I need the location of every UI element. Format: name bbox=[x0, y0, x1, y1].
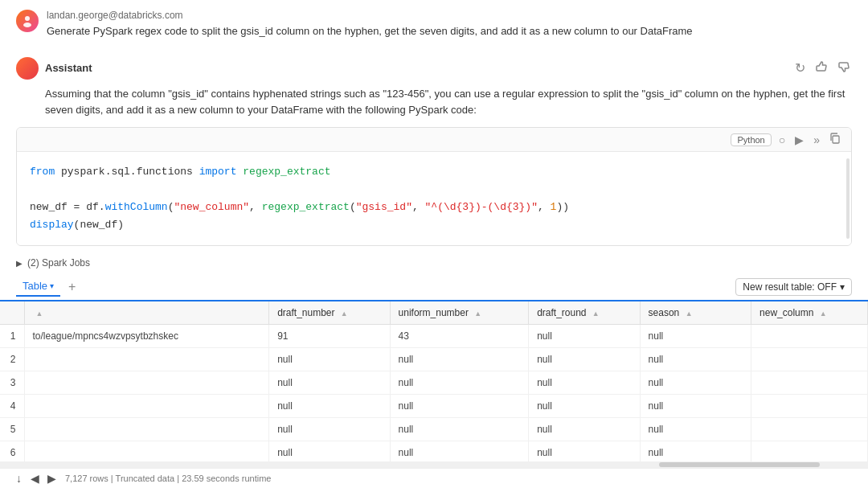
cell-col bbox=[24, 371, 269, 395]
cell-uniform-number: null bbox=[390, 418, 529, 441]
spark-jobs-label: (2) Spark Jobs bbox=[27, 257, 90, 269]
header-draft-number[interactable]: draft_number ▲ bbox=[269, 301, 390, 325]
cell-rownum: 5 bbox=[0, 418, 24, 441]
assistant-actions: ↻ bbox=[793, 59, 852, 77]
cell-new-column bbox=[751, 348, 868, 371]
horizontal-scrollbar[interactable] bbox=[0, 461, 868, 468]
header-rownum bbox=[0, 301, 24, 325]
new-result-label: New result table: OFF bbox=[743, 281, 837, 293]
cell-col bbox=[24, 418, 269, 441]
table-row: 6 null null null null bbox=[0, 441, 868, 461]
header-col-blank[interactable]: ▲ bbox=[24, 301, 269, 325]
assistant-description: Assuming that the column "gsis_id" conta… bbox=[16, 86, 852, 120]
run-icon[interactable]: ▶ bbox=[792, 132, 806, 148]
cell-uniform-number: null bbox=[390, 441, 529, 461]
download-icon[interactable]: ↓ bbox=[16, 472, 22, 485]
code-scrollbar[interactable] bbox=[846, 158, 850, 239]
sort-icon-draft-round: ▲ bbox=[592, 310, 600, 318]
table-row: 3 null null null null bbox=[0, 371, 868, 395]
user-message: Generate PySpark regex code to split the… bbox=[47, 23, 693, 39]
assistant-avatar bbox=[16, 57, 39, 80]
cell-draft-number: 91 bbox=[269, 325, 390, 348]
thumbdown-icon bbox=[837, 62, 850, 76]
thumbdown-button[interactable] bbox=[836, 59, 852, 77]
cell-draft-round: null bbox=[529, 418, 640, 441]
cell-col bbox=[24, 348, 269, 371]
sort-icon-new-column: ▲ bbox=[820, 310, 827, 318]
svg-point-1 bbox=[23, 23, 31, 27]
cell-new-column bbox=[751, 441, 868, 461]
header-uniform-number[interactable]: uniform_number ▲ bbox=[390, 301, 529, 325]
code-line-4: display(new_df) bbox=[30, 216, 838, 234]
cell-draft-round: null bbox=[529, 325, 640, 348]
cell-col bbox=[24, 441, 269, 461]
cell-rownum: 6 bbox=[0, 441, 24, 461]
thumbup-icon bbox=[815, 62, 828, 76]
data-table: ▲ draft_number ▲ uniform_number ▲ draft_… bbox=[0, 301, 868, 461]
circle-icon: ○ bbox=[776, 132, 788, 148]
prev-page-button[interactable]: ◀ bbox=[28, 472, 42, 485]
table-row: 2 null null null null bbox=[0, 348, 868, 371]
cell-draft-number: null bbox=[269, 348, 390, 371]
cell-uniform-number: null bbox=[390, 348, 529, 371]
code-line-3: new_df = df.withColumn("new_column", reg… bbox=[30, 199, 838, 216]
header-row: ▲ draft_number ▲ uniform_number ▲ draft_… bbox=[0, 301, 868, 325]
main-container: landan.george@databricks.com Generate Py… bbox=[0, 0, 868, 488]
code-toolbar: Python ○ ▶ » bbox=[17, 128, 851, 152]
sort-icon-uniform-number: ▲ bbox=[474, 310, 481, 318]
sort-icon-season: ▲ bbox=[686, 310, 693, 318]
cell-draft-round: null bbox=[529, 348, 640, 371]
draft-round-label: draft_round bbox=[537, 307, 586, 318]
more-icon[interactable]: » bbox=[811, 132, 822, 148]
cell-draft-round: null bbox=[529, 395, 640, 418]
cell-new-column bbox=[751, 418, 868, 441]
tab-chevron-icon: ▾ bbox=[50, 281, 54, 290]
scrollbar-thumb[interactable] bbox=[659, 462, 820, 467]
refresh-icon: ↻ bbox=[795, 61, 805, 75]
assistant-header: Assistant ↻ bbox=[16, 57, 852, 80]
header-draft-round[interactable]: draft_round ▲ bbox=[529, 301, 640, 325]
code-line-1: from pyspark.sql.functions import regexp… bbox=[30, 163, 838, 181]
copy-icon[interactable] bbox=[827, 131, 843, 148]
cell-draft-round: null bbox=[529, 371, 640, 395]
user-avatar bbox=[16, 10, 39, 32]
cell-rownum: 2 bbox=[0, 348, 24, 371]
cell-rownum: 3 bbox=[0, 371, 24, 395]
table-tab-label: Table bbox=[23, 280, 47, 292]
sort-icon-draft-number: ▲ bbox=[341, 310, 348, 318]
cell-draft-number: null bbox=[269, 441, 390, 461]
refresh-button[interactable]: ↻ bbox=[793, 60, 807, 76]
thumbup-button[interactable] bbox=[813, 59, 829, 77]
spark-jobs-row[interactable]: ▶ (2) Spark Jobs bbox=[0, 252, 868, 273]
cell-season: null bbox=[640, 441, 751, 461]
user-section: landan.george@databricks.com Generate Py… bbox=[0, 0, 868, 49]
add-tab-button[interactable]: + bbox=[63, 278, 80, 296]
cell-new-column bbox=[751, 371, 868, 395]
header-new-column[interactable]: new_column ▲ bbox=[751, 301, 868, 325]
draft-number-label: draft_number bbox=[277, 307, 334, 318]
bottom-nav: ◀ ▶ bbox=[28, 472, 59, 485]
cell-season: null bbox=[640, 418, 751, 441]
table-tab-area: Table ▾ + bbox=[16, 277, 80, 297]
cell-draft-number: null bbox=[269, 418, 390, 441]
cell-uniform-number: null bbox=[390, 395, 529, 418]
spark-triangle-icon: ▶ bbox=[16, 259, 23, 268]
table-tab[interactable]: Table ▾ bbox=[16, 277, 60, 297]
new-column-label: new_column bbox=[760, 307, 813, 318]
assistant-left: Assistant bbox=[16, 57, 92, 80]
svg-point-0 bbox=[25, 16, 30, 21]
cell-season: null bbox=[640, 348, 751, 371]
header-season[interactable]: season ▲ bbox=[640, 301, 751, 325]
code-area: from pyspark.sql.functions import regexp… bbox=[17, 152, 851, 245]
assistant-section: Assistant ↻ bbox=[0, 49, 868, 253]
cell-season: null bbox=[640, 395, 751, 418]
cell-draft-number: null bbox=[269, 395, 390, 418]
next-page-button[interactable]: ▶ bbox=[45, 472, 59, 485]
cell-new-column bbox=[751, 395, 868, 418]
table-body: 1 to/league/mpncs4wzvpsytbzhskec 91 43 n… bbox=[0, 325, 868, 461]
table-header: ▲ draft_number ▲ uniform_number ▲ draft_… bbox=[0, 301, 868, 325]
cell-draft-number: null bbox=[269, 371, 390, 395]
new-result-dropdown[interactable]: New result table: OFF ▾ bbox=[735, 278, 852, 296]
cell-uniform-number: null bbox=[390, 371, 529, 395]
cell-season: null bbox=[640, 371, 751, 395]
